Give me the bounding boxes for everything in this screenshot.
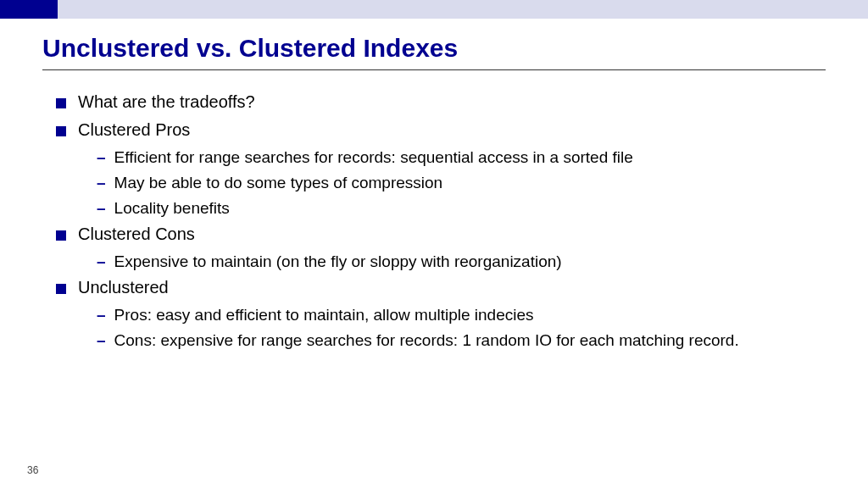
slide-content: Unclustered vs. Clustered Indexes What a… [0, 19, 868, 350]
dash-icon: – [97, 331, 106, 350]
sub-list: – Pros: easy and efficient to maintain, … [56, 306, 826, 350]
slide-title: Unclustered vs. Clustered Indexes [42, 34, 826, 70]
dash-icon: – [97, 306, 106, 324]
sub-text: Cons: expensive for range searches for r… [114, 331, 739, 350]
square-bullet-icon [56, 98, 66, 108]
sub-text: Expensive to maintain (on the fly or slo… [114, 252, 562, 271]
header-bar [0, 0, 868, 19]
sub-text: Efficient for range searches for records… [114, 148, 633, 167]
dash-icon: – [97, 199, 106, 218]
header-accent [0, 0, 58, 19]
bullet-text: Clustered Pros [78, 120, 190, 140]
sub-item: – Cons: expensive for range searches for… [97, 331, 826, 350]
square-bullet-icon [56, 230, 66, 241]
sub-text: Pros: easy and efficient to maintain, al… [114, 306, 534, 324]
bullet-item: Clustered Cons [56, 225, 826, 244]
square-bullet-icon [56, 126, 66, 136]
sub-text: Locality benefits [114, 199, 230, 218]
sub-item: – Expensive to maintain (on the fly or s… [97, 252, 826, 271]
sub-item: – Locality benefits [97, 199, 826, 218]
sub-item: – May be able to do some types of compre… [97, 174, 826, 192]
sub-text: May be able to do some types of compress… [114, 174, 443, 192]
bullet-item: Unclustered [56, 278, 826, 297]
page-number: 36 [27, 464, 38, 476]
bullet-text: Unclustered [78, 278, 169, 297]
bullet-item: Clustered Pros [56, 120, 826, 140]
sub-item: – Efficient for range searches for recor… [97, 148, 826, 167]
bullet-item: What are the tradeoffs? [56, 92, 826, 112]
dash-icon: – [97, 148, 106, 167]
dash-icon: – [97, 174, 106, 192]
dash-icon: – [97, 252, 106, 271]
bullet-text: Clustered Cons [78, 225, 195, 244]
square-bullet-icon [56, 284, 66, 294]
sub-list: – Expensive to maintain (on the fly or s… [56, 252, 826, 271]
sub-list: – Efficient for range searches for recor… [56, 148, 826, 218]
bullet-list: What are the tradeoffs? Clustered Pros –… [42, 92, 826, 350]
bullet-text: What are the tradeoffs? [78, 92, 255, 112]
sub-item: – Pros: easy and efficient to maintain, … [97, 306, 826, 324]
